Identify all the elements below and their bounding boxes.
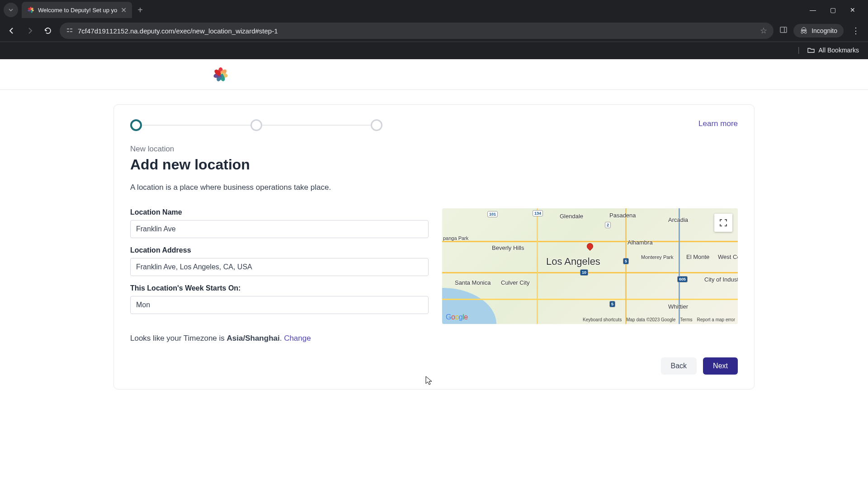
week-start-label: This Location's Week Starts On: bbox=[130, 284, 429, 292]
page-title: Add new location bbox=[130, 156, 738, 173]
map-city-label: Culver City bbox=[501, 279, 530, 286]
bookmark-star-icon[interactable]: ☆ bbox=[760, 26, 767, 36]
map-city-label: Beverly Hills bbox=[492, 244, 524, 251]
svg-rect-3 bbox=[70, 31, 72, 32]
eyebrow-text: New location bbox=[130, 145, 738, 154]
page-body: Learn more New location Add new location… bbox=[0, 59, 868, 488]
browser-chrome: Welcome to Deputy! Set up yo ✕ + — ▢ ✕ 7… bbox=[0, 0, 868, 59]
map-city-label: Monterey Park bbox=[641, 254, 674, 260]
bookmark-divider: | bbox=[797, 46, 799, 54]
map-center-label: Los Angeles bbox=[546, 256, 600, 267]
window-close-icon[interactable]: ✕ bbox=[848, 6, 857, 14]
tab-title: Welcome to Deputy! Set up yo bbox=[38, 7, 117, 14]
map-shield: 101 bbox=[487, 211, 498, 217]
site-settings-icon[interactable] bbox=[66, 27, 73, 35]
map-city-label: Pasadena bbox=[609, 212, 636, 219]
step-1-indicator bbox=[130, 119, 142, 131]
incognito-badge[interactable]: Incognito bbox=[793, 24, 844, 38]
map-keyboard-shortcuts[interactable]: Keyboard shortcuts bbox=[583, 317, 622, 322]
timezone-change-link[interactable]: Change bbox=[284, 334, 311, 343]
timezone-message: Looks like your Timezone is Asia/Shangha… bbox=[130, 334, 738, 343]
map-shield: 2 bbox=[605, 222, 611, 228]
deputy-logo[interactable] bbox=[212, 66, 229, 83]
map-report-link[interactable]: Report a map error bbox=[697, 317, 735, 322]
svg-rect-2 bbox=[67, 31, 69, 32]
svg-rect-1 bbox=[70, 28, 72, 29]
step-3-indicator bbox=[371, 119, 382, 131]
tab-favicon bbox=[27, 6, 34, 14]
page-description: A location is a place where business ope… bbox=[130, 183, 738, 192]
map-google-logo: Google bbox=[446, 313, 468, 321]
map-city-label: West Co bbox=[718, 253, 738, 260]
folder-icon bbox=[807, 46, 815, 54]
tab-search-dropdown[interactable] bbox=[4, 3, 18, 17]
map-city-label: panga Park bbox=[443, 235, 468, 241]
fullscreen-icon bbox=[719, 219, 727, 227]
step-2-indicator bbox=[250, 119, 262, 131]
location-address-label: Location Address bbox=[130, 246, 429, 254]
map-attribution: Map data ©2023 Google bbox=[626, 317, 675, 322]
nav-forward-icon[interactable] bbox=[24, 24, 36, 37]
all-bookmarks-button[interactable]: All Bookmarks bbox=[807, 46, 859, 54]
browser-menu-icon[interactable]: ⋮ bbox=[849, 26, 863, 36]
back-button[interactable]: Back bbox=[661, 357, 697, 375]
wizard-card: Learn more New location Add new location… bbox=[113, 104, 755, 389]
map-city-label: Glendale bbox=[560, 213, 583, 220]
brand-header bbox=[0, 59, 868, 90]
timezone-prefix: Looks like your Timezone is bbox=[130, 334, 227, 343]
map-terms-link[interactable]: Terms bbox=[680, 317, 692, 322]
nav-reload-icon[interactable] bbox=[42, 24, 54, 37]
tab-bar: Welcome to Deputy! Set up yo ✕ + — ▢ ✕ bbox=[0, 0, 868, 20]
map-shield: 5 bbox=[609, 301, 615, 307]
side-panel-icon[interactable] bbox=[779, 25, 788, 36]
map-city-label: Arcadia bbox=[668, 216, 688, 223]
tab-close-icon[interactable]: ✕ bbox=[121, 6, 127, 14]
learn-more-link[interactable]: Learn more bbox=[698, 119, 738, 128]
map-city-label: El Monte bbox=[686, 253, 709, 260]
location-address-input[interactable] bbox=[130, 258, 429, 276]
map-fullscreen-button[interactable] bbox=[714, 214, 732, 232]
next-button[interactable]: Next bbox=[703, 357, 738, 375]
mouse-cursor-icon bbox=[425, 375, 433, 388]
address-bar: 7cf47d19112152.na.deputy.com/exec/new_lo… bbox=[0, 20, 868, 42]
svg-rect-0 bbox=[67, 28, 69, 29]
browser-tab[interactable]: Welcome to Deputy! Set up yo ✕ bbox=[22, 2, 132, 18]
week-start-select[interactable] bbox=[130, 296, 429, 314]
new-tab-button[interactable]: + bbox=[132, 5, 148, 15]
map-city-label: Alhambra bbox=[627, 239, 653, 246]
window-controls: — ▢ ✕ bbox=[808, 6, 864, 14]
map-shield: 134 bbox=[533, 210, 543, 216]
map-city-label: Santa Monica bbox=[455, 279, 491, 286]
incognito-label: Incognito bbox=[811, 27, 837, 34]
nav-back-icon[interactable] bbox=[5, 24, 18, 37]
location-name-input[interactable] bbox=[130, 220, 429, 238]
step-line bbox=[262, 125, 371, 126]
stepper bbox=[130, 119, 382, 131]
window-maximize-icon[interactable]: ▢ bbox=[828, 6, 837, 14]
url-field[interactable]: 7cf47d19112152.na.deputy.com/exec/new_lo… bbox=[60, 23, 774, 39]
svg-rect-4 bbox=[780, 27, 787, 33]
map-footer: Keyboard shortcuts Map data ©2023 Google… bbox=[583, 317, 735, 322]
map-city-label: Whittier bbox=[668, 303, 688, 310]
step-line bbox=[142, 125, 250, 126]
timezone-suffix: . bbox=[280, 334, 284, 343]
map-shield: 605 bbox=[677, 276, 688, 282]
bookmark-bar: | All Bookmarks bbox=[0, 42, 868, 58]
incognito-icon bbox=[800, 27, 808, 35]
map-preview[interactable]: 101 134 2 5 10 605 5 Glendale Pasadena A… bbox=[442, 208, 738, 324]
map-shield: 5 bbox=[623, 258, 629, 264]
window-minimize-icon[interactable]: — bbox=[808, 6, 817, 14]
timezone-value: Asia/Shanghai bbox=[227, 334, 280, 343]
map-shield: 10 bbox=[580, 269, 588, 276]
location-name-label: Location Name bbox=[130, 208, 429, 216]
url-text: 7cf47d19112152.na.deputy.com/exec/new_lo… bbox=[78, 27, 278, 35]
map-city-label: City of Industry bbox=[704, 276, 738, 283]
all-bookmarks-label: All Bookmarks bbox=[819, 47, 859, 54]
